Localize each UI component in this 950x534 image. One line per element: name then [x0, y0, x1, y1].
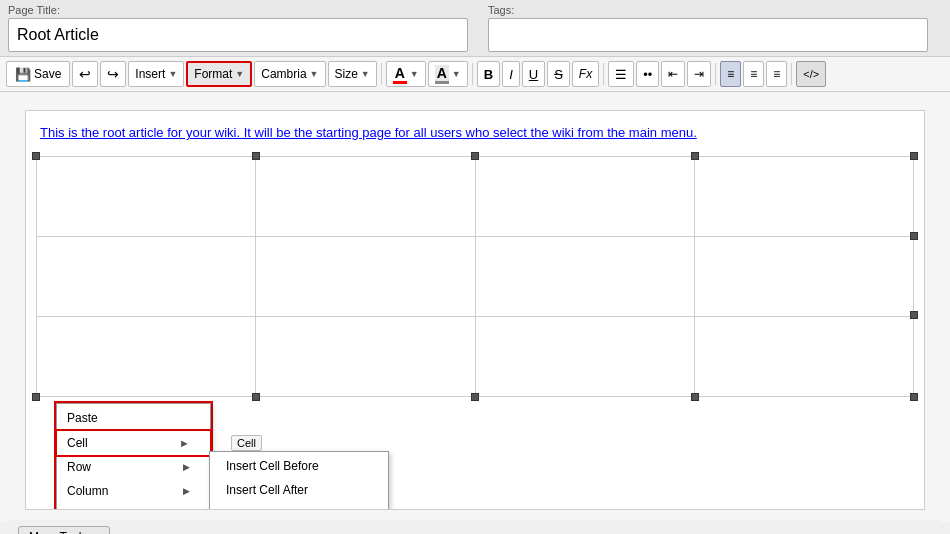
table-handle-r2[interactable]	[910, 311, 918, 319]
save-button[interactable]: 💾 Save	[6, 61, 70, 87]
ordered-list-button[interactable]: ☰	[608, 61, 634, 87]
font-dropdown[interactable]: Cambria ▼	[254, 61, 325, 87]
ctx-delete-table[interactable]: Delete Table	[57, 503, 210, 510]
indent-increase-button[interactable]: ⇥	[687, 61, 711, 87]
column-label: Column	[67, 484, 108, 498]
table-cell[interactable]	[475, 237, 694, 317]
align-right-button[interactable]: ≡	[766, 61, 787, 87]
context-menu: Paste Cell ► Cell Row Column	[56, 403, 211, 510]
table-handle-bl[interactable]	[32, 393, 40, 401]
more-tools-label: More Tools	[29, 530, 87, 534]
font-arrow-icon: ▼	[310, 69, 319, 79]
cell-label: Cell	[67, 436, 88, 450]
bold-label: B	[484, 67, 493, 82]
top-bar: Page Title: Tags:	[0, 0, 950, 57]
table-cell[interactable]	[475, 317, 694, 397]
format-label: Format	[194, 67, 232, 81]
editor-table[interactable]	[36, 156, 914, 397]
context-menu-wrapper: Paste Cell ► Cell Row Column	[54, 401, 213, 510]
strikethrough-label: S	[554, 67, 563, 82]
align-right-icon: ≡	[773, 67, 780, 81]
insert-dropdown[interactable]: Insert ▼	[128, 61, 184, 87]
ordered-list-icon: ☰	[615, 67, 627, 82]
ctx-insert-after[interactable]: Insert Cell After	[210, 478, 388, 502]
editor-body-text: This is the root article for your wiki. …	[36, 121, 914, 144]
page-title-input[interactable]	[8, 18, 468, 52]
paste-label: Paste	[67, 411, 98, 425]
font-bg-arrow: ▼	[452, 69, 461, 79]
tags-input[interactable]	[488, 18, 928, 52]
delete-table-label: Delete Table	[67, 508, 134, 510]
insert-arrow-icon: ▼	[168, 69, 177, 79]
font-label: Cambria	[261, 67, 306, 81]
table-cell[interactable]	[37, 317, 256, 397]
sep3	[603, 63, 604, 85]
table-cell[interactable]	[694, 237, 913, 317]
table-cell[interactable]	[475, 157, 694, 237]
size-label: Size	[335, 67, 358, 81]
ctx-delete-cells[interactable]: Delete Cells	[210, 502, 388, 510]
bold-button[interactable]: B	[477, 61, 500, 87]
save-icon: 💾	[15, 67, 31, 82]
italic-button[interactable]: I	[502, 61, 520, 87]
table-handle-r1[interactable]	[910, 232, 918, 240]
table-cell[interactable]	[256, 157, 475, 237]
italic-label: I	[509, 67, 513, 82]
font-color-button[interactable]: A ▼	[386, 61, 426, 87]
insert-after-label: Insert Cell After	[226, 483, 308, 497]
sep5	[791, 63, 792, 85]
indent-decrease-icon: ⇤	[668, 67, 678, 81]
table-cell[interactable]	[256, 317, 475, 397]
table-container	[36, 156, 914, 397]
editor-area[interactable]: This is the root article for your wiki. …	[25, 110, 925, 510]
size-arrow-icon: ▼	[361, 69, 370, 79]
table-cell[interactable]	[694, 317, 913, 397]
source-icon: </>	[803, 68, 819, 80]
table-handle-br[interactable]	[910, 393, 918, 401]
table-cell[interactable]	[37, 157, 256, 237]
underline-label: U	[529, 67, 538, 82]
align-center-button[interactable]: ≡	[743, 61, 764, 87]
clear-format-label: Fx	[579, 67, 592, 81]
unordered-list-button[interactable]: ••	[636, 61, 659, 87]
font-color-arrow: ▼	[410, 69, 419, 79]
more-tools-button[interactable]: More Tools ▼	[18, 526, 110, 534]
undo-button[interactable]: ↩	[72, 61, 98, 87]
sep4	[715, 63, 716, 85]
indent-decrease-button[interactable]: ⇤	[661, 61, 685, 87]
ctx-cell[interactable]: Cell ► Cell	[57, 431, 210, 455]
clear-format-button[interactable]: Fx	[572, 61, 599, 87]
table-cell[interactable]	[694, 157, 913, 237]
tags-label: Tags:	[488, 4, 942, 16]
format-arrow-icon: ▼	[235, 69, 244, 79]
undo-icon: ↩	[79, 66, 91, 82]
align-left-button[interactable]: ≡	[720, 61, 741, 87]
redo-icon: ↪	[107, 66, 119, 82]
align-center-icon: ≡	[750, 67, 757, 81]
ctx-insert-before[interactable]: Insert Cell Before	[210, 454, 388, 478]
format-dropdown[interactable]: Format ▼	[186, 61, 252, 87]
cell-submenu: Insert Cell Before Insert Cell After Del…	[209, 451, 389, 510]
ctx-column[interactable]: Column	[57, 479, 210, 503]
insert-label: Insert	[135, 67, 165, 81]
size-dropdown[interactable]: Size ▼	[328, 61, 377, 87]
indent-increase-icon: ⇥	[694, 67, 704, 81]
table-handle-b1[interactable]	[252, 393, 260, 401]
unordered-list-icon: ••	[643, 67, 652, 82]
underline-button[interactable]: U	[522, 61, 545, 87]
strikethrough-button[interactable]: S	[547, 61, 570, 87]
table-row	[37, 317, 914, 397]
ctx-row[interactable]: Row	[57, 455, 210, 479]
table-handle-b2[interactable]	[471, 393, 479, 401]
redo-button[interactable]: ↪	[100, 61, 126, 87]
ctx-paste[interactable]: Paste	[57, 406, 210, 431]
table-row	[37, 237, 914, 317]
sep1	[381, 63, 382, 85]
font-bg-color-button[interactable]: A ▼	[428, 61, 468, 87]
table-cell[interactable]	[37, 237, 256, 317]
table-handle-b3[interactable]	[691, 393, 699, 401]
source-button[interactable]: </>	[796, 61, 826, 87]
table-cell[interactable]	[256, 237, 475, 317]
align-left-icon: ≡	[727, 67, 734, 81]
page-title-label: Page Title:	[8, 4, 468, 16]
